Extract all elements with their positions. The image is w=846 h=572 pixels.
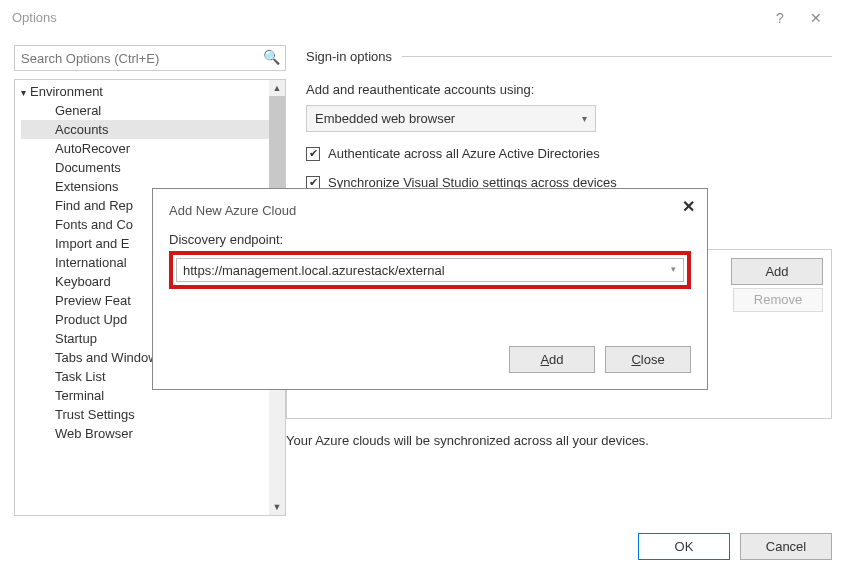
dialog-footer: OK Cancel (638, 533, 832, 560)
discovery-endpoint-label: Discovery endpoint: (169, 232, 691, 247)
reauth-label: Add and reauthenticate accounts using: (306, 82, 832, 97)
tree-item-trust-settings[interactable]: Trust Settings (21, 405, 269, 424)
chevron-down-icon: ▾ (582, 113, 587, 124)
modal-title: Add New Azure Cloud (169, 203, 691, 218)
discovery-endpoint-value: https://management.local.azurestack/exte… (183, 263, 445, 278)
modal-close-icon[interactable]: ✕ (682, 197, 695, 216)
modal-buttons: Add Close (509, 346, 691, 373)
tree-item-general[interactable]: General (21, 101, 269, 120)
azure-add-button[interactable]: Add (731, 258, 823, 285)
search-container: 🔍 (14, 45, 286, 71)
browser-combo-value: Embedded web browser (315, 111, 455, 126)
help-icon[interactable]: ? (762, 10, 798, 26)
azure-sync-message: Your Azure clouds will be synchronized a… (286, 433, 649, 448)
modal-close-button[interactable]: Close (605, 346, 691, 373)
endpoint-wrap: https://management.local.azurestack/exte… (176, 258, 684, 282)
chevron-down-icon[interactable]: ▾ (671, 264, 676, 274)
scroll-down-icon[interactable]: ▼ (269, 499, 285, 515)
tree-item-documents[interactable]: Documents (21, 158, 269, 177)
signin-heading: Sign-in options (306, 49, 392, 64)
azure-remove-button: Remove (733, 288, 823, 312)
scroll-up-icon[interactable]: ▲ (269, 80, 285, 96)
cb-auth-label: Authenticate across all Azure Active Dir… (328, 146, 600, 161)
tree-item-autorecover[interactable]: AutoRecover (21, 139, 269, 158)
discovery-endpoint-input[interactable]: https://management.local.azurestack/exte… (176, 258, 684, 282)
cancel-button[interactable]: Cancel (740, 533, 832, 560)
browser-combo[interactable]: Embedded web browser ▾ (306, 105, 596, 132)
window-title: Options (12, 10, 762, 25)
title-bar: Options ? ✕ (0, 0, 846, 35)
heading-divider (402, 56, 832, 57)
tree-item-web-browser[interactable]: Web Browser (21, 424, 269, 443)
highlight-annotation: https://management.local.azurestack/exte… (169, 251, 691, 289)
checkbox-checked-icon[interactable]: ✔ (306, 147, 320, 161)
tree-item-accounts[interactable]: Accounts (21, 120, 269, 139)
search-input[interactable] (14, 45, 286, 71)
section-heading: Sign-in options (306, 49, 832, 64)
add-azure-cloud-dialog: Add New Azure Cloud ✕ Discovery endpoint… (152, 188, 708, 390)
tree-root-environment[interactable]: Environment (21, 82, 269, 101)
modal-add-button[interactable]: Add (509, 346, 595, 373)
close-icon[interactable]: ✕ (798, 10, 834, 26)
ok-button[interactable]: OK (638, 533, 730, 560)
cb-auth-row[interactable]: ✔ Authenticate across all Azure Active D… (306, 146, 832, 161)
